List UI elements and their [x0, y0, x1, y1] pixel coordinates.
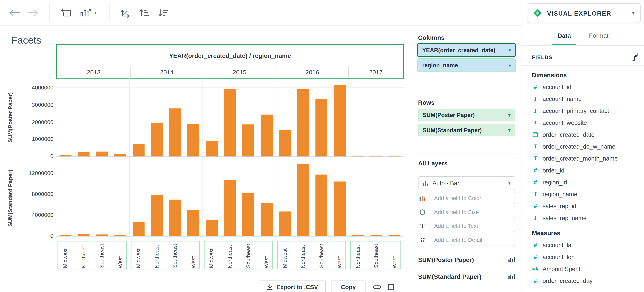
bar[interactable] [206, 141, 218, 156]
bar[interactable] [260, 203, 272, 236]
field-item[interactable]: #order_created_day [522, 275, 644, 287]
bar[interactable] [388, 156, 400, 156]
bar[interactable] [279, 130, 291, 156]
bar[interactable] [316, 99, 328, 156]
field-drop-input[interactable] [430, 220, 515, 232]
tab-data[interactable]: Data [558, 29, 571, 45]
tab-format[interactable]: Format [589, 29, 608, 45]
bar[interactable] [334, 84, 346, 156]
bar[interactable] [169, 200, 181, 236]
field-item-label: account_lon [542, 254, 575, 260]
chevron-down-icon[interactable]: ▾ [508, 128, 510, 133]
year-label[interactable]: 2013 [57, 66, 130, 78]
bar[interactable] [316, 174, 328, 236]
field-item[interactable]: #sales_rep_id [522, 200, 644, 212]
export-csv-button[interactable]: Export to .CSV [259, 280, 326, 292]
bar[interactable] [260, 114, 272, 156]
field-item[interactable]: #account_lon [522, 251, 644, 263]
year-label[interactable]: 2015 [203, 66, 276, 78]
field-item[interactable]: #region_id [522, 176, 644, 188]
bar[interactable] [188, 124, 200, 156]
bar[interactable] [242, 124, 254, 156]
bar[interactable] [334, 182, 346, 236]
bar[interactable] [297, 164, 309, 236]
sort-descending-icon[interactable] [156, 6, 170, 20]
field-drop-input[interactable] [430, 206, 515, 218]
field-item[interactable]: =#Amount Spent [522, 263, 644, 275]
field-drop-input[interactable] [430, 192, 515, 204]
y-tick-label: 12000000 [15, 170, 53, 177]
bar[interactable] [114, 154, 126, 156]
bar[interactable] [297, 89, 309, 156]
bar[interactable] [78, 152, 90, 156]
bar[interactable] [78, 234, 90, 236]
bar[interactable] [96, 234, 108, 236]
copy-button[interactable]: Copy [331, 280, 366, 292]
field-item[interactable]: Torder_created_do_w_name [522, 140, 644, 152]
layer-field-row[interactable]: SUM(Standard Paper) [418, 268, 515, 285]
field-item[interactable]: Torder_created_month_name [522, 152, 644, 164]
bar-chart-icon[interactable] [508, 273, 515, 280]
bar[interactable] [169, 108, 181, 156]
field-item-label: order_created_day [542, 278, 592, 284]
x-axis-label: West [190, 256, 196, 268]
field-item[interactable]: order_created_date [522, 128, 644, 140]
add-formula-icon[interactable]: ƒ+ [633, 54, 636, 62]
back-arrow-icon[interactable] [8, 6, 22, 20]
bar[interactable] [242, 192, 254, 236]
bar[interactable] [132, 222, 144, 236]
year-label[interactable]: 2016 [276, 66, 348, 78]
x-axis-label: Northeast [227, 245, 233, 268]
field-item[interactable]: Taccount_name [522, 93, 644, 105]
resize-grip[interactable] [199, 273, 210, 277]
collapse-icon[interactable] [371, 282, 383, 292]
field-drop-input[interactable] [430, 234, 515, 246]
field-item[interactable]: #account_lat [522, 239, 644, 251]
swap-axes-icon[interactable] [118, 6, 132, 20]
bar[interactable] [151, 195, 163, 236]
bar[interactable] [114, 235, 126, 236]
shelf-pill[interactable]: SUM(Poster Paper)▾ [418, 109, 515, 121]
field-item[interactable]: #account_id [522, 81, 644, 93]
chevron-down-icon[interactable]: ▾ [508, 62, 511, 68]
bar[interactable] [370, 156, 382, 156]
bar[interactable] [96, 152, 108, 156]
forward-arrow-icon[interactable] [26, 6, 40, 20]
bar[interactable] [388, 236, 400, 236]
sort-ascending-icon[interactable] [137, 6, 151, 20]
bar[interactable] [224, 89, 236, 156]
field-item[interactable]: Taccount_primary_contact [522, 105, 644, 117]
bar[interactable] [279, 212, 291, 236]
shelf-pill[interactable]: region_name▾ [418, 59, 515, 72]
drop-targets: T [418, 192, 515, 246]
shelf-pill[interactable]: SUM(Standard Paper)▾ [418, 124, 515, 136]
chevron-down-icon[interactable]: ▾ [94, 10, 97, 15]
field-item[interactable]: Tsales_rep_name [522, 212, 644, 224]
chevron-down-icon[interactable]: ▾ [508, 112, 510, 118]
bar[interactable] [151, 123, 163, 156]
add-chart-frame-icon[interactable] [59, 6, 73, 20]
field-item[interactable]: Taccount_website [522, 117, 644, 128]
year-label[interactable]: 2014 [130, 66, 203, 78]
bar[interactable] [60, 155, 72, 156]
bar[interactable] [370, 236, 382, 236]
chart-type-remove-icon[interactable] [79, 6, 93, 20]
bar[interactable] [206, 220, 218, 236]
field-item[interactable]: Tregion_name [522, 188, 644, 200]
expand-icon[interactable] [385, 282, 397, 292]
bar[interactable] [132, 144, 144, 156]
field-item[interactable]: #order_id [522, 164, 644, 176]
visual-explorer-menu[interactable]: VISUAL EXPLORER ▾ [527, 3, 641, 23]
chevron-down-icon[interactable]: ▾ [508, 48, 511, 53]
x-axis-label: West [336, 256, 342, 268]
layer-field-row[interactable]: SUM(Poster Paper) [418, 251, 515, 268]
bar[interactable] [60, 236, 72, 236]
bar[interactable] [224, 180, 236, 236]
bar[interactable] [352, 156, 364, 156]
bar[interactable] [352, 236, 364, 236]
year-label[interactable]: 2017 [348, 66, 403, 78]
bar[interactable] [188, 210, 200, 236]
mark-type-select[interactable]: Auto - Bar ▾ [418, 176, 515, 190]
shelf-pill[interactable]: YEAR(order_created_date)▾ [418, 44, 515, 56]
bar-chart-icon[interactable] [508, 256, 515, 263]
